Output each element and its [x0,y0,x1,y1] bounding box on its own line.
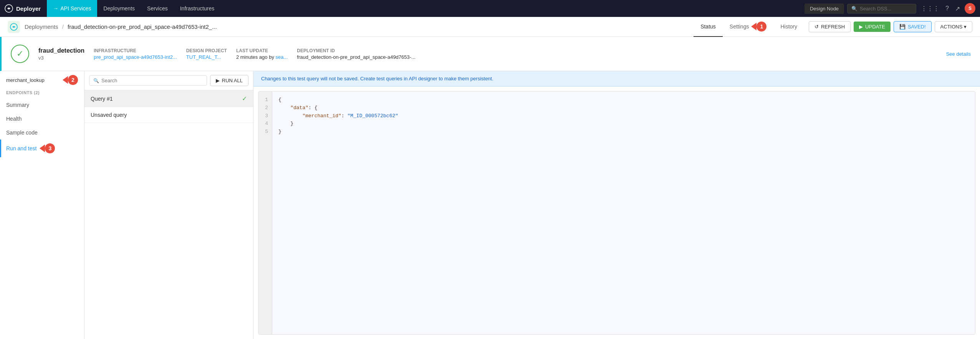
search-icon: 🔍 [851,6,858,12]
main-layout: merchant_lookup 2 ENDPOINTS (2) Summary … [0,71,980,339]
top-navigation: Deployer → API Services Deployments Serv… [0,0,980,17]
infra-value[interactable]: pre_prod_api_space-a49d7653-int2... [94,54,177,60]
nav-api-services-label: API Services [60,5,91,12]
sidebar-item-health[interactable]: Health [0,112,84,126]
line-2: 2 [262,104,268,112]
settings-badge: 1 [757,22,766,32]
query-item-unsaved[interactable]: Unsaved query [84,107,253,123]
banner-text: Changes to this test query will not be s… [261,76,493,81]
user-avatar[interactable]: S [965,3,975,14]
query-search-box[interactable]: 🔍 [89,75,207,86]
app-logo[interactable]: Deployer [5,4,45,13]
update-value: 2 minutes ago by sea... [236,54,288,60]
saved-label: SAVED! [908,24,926,30]
design-node-button[interactable]: Design Node [805,3,844,14]
actions-button[interactable]: ACTIONS ▾ [935,21,972,32]
see-details-link[interactable]: See details [946,51,971,57]
breadcrumb-actions: ↺ REFRESH ▶ UPDATE 💾 SAVED! ACTIONS ▾ [809,21,972,32]
saved-button[interactable]: 💾 SAVED! [894,21,932,32]
tab-settings-label: Settings [730,23,749,30]
center-toolbar: 🔍 ▶ RUN ALL [84,71,253,90]
checkmark: ✓ [17,49,23,59]
tab-status[interactable]: Status [694,17,723,37]
breadcrumb-tabs: Status Settings 1 History [694,17,804,37]
deployment-version: v3 [38,55,84,61]
update-button[interactable]: ▶ UPDATE [854,22,891,32]
nav-deployments[interactable]: Deployments [97,0,141,17]
code-content[interactable]: { "data": { "merchant_id": "M_ID_000572b… [272,91,975,334]
deploy-id-label: Deployment ID [297,48,416,53]
design-project-section: Design project TUT_REAL_T... [186,48,227,60]
run-all-button[interactable]: ▶ RUN ALL [210,75,248,86]
tab-settings[interactable]: Settings 1 [723,17,774,37]
sidebar-item-sample-code[interactable]: Sample code [0,126,84,140]
deployment-name: fraud_detection [38,47,84,54]
left-sidebar: merchant_lookup 2 ENDPOINTS (2) Summary … [0,71,84,339]
query-unsaved-label: Unsaved query [91,112,127,118]
right-panel: Changes to this test query will not be s… [253,71,980,339]
project-value[interactable]: TUT_REAL_T... [186,54,227,60]
breadcrumb-separator: / [62,23,64,30]
nav-deployments-label: Deployments [103,5,135,12]
sidebar-endpoint-badge: 2 [68,75,78,85]
query-1-label: Query #1 [91,96,113,102]
nav-services[interactable]: Services [141,0,174,17]
summary-label: Summary [6,102,29,108]
notify-icon[interactable]: ↗ [954,3,962,14]
nav-services-label: Services [147,5,168,12]
logo-icon [5,4,13,13]
center-panel: 🔍 ▶ RUN ALL Query #1 ✓ Unsaved query [84,71,253,339]
global-search-box[interactable]: 🔍 [847,4,916,13]
sidebar-badge-arrow: 2 [63,75,78,85]
refresh-button[interactable]: ↺ REFRESH [809,21,851,32]
code-editor[interactable]: 1 2 3 4 5 { "data": { "merchant_id": "M_… [258,91,975,335]
refresh-icon: ↺ [814,24,819,30]
deployment-id-section: Deployment ID fraud_detection-on-pre_pro… [297,48,416,60]
play-icon: ▶ [859,24,863,30]
last-update-section: Last update 2 minutes ago by sea... [236,48,288,60]
nav-api-services[interactable]: → API Services [47,0,97,17]
sidebar-service-name-label: merchant_lookup [6,77,45,83]
global-search-input[interactable] [860,6,912,12]
search-icon: 🔍 [93,78,99,83]
sample-code-label: Sample code [6,130,38,136]
update-user-link[interactable]: sea... [276,54,288,60]
tab-history[interactable]: History [773,17,804,37]
breadcrumb-bar: Deployments / fraud_detection-on-pre_pro… [0,17,980,37]
line-4: 4 [262,120,268,128]
run-test-badge-arrow: 3 [40,143,55,153]
infrastructure-section: Infrastructure pre_prod_api_space-a49d76… [94,48,177,60]
app-name: Deployer [16,5,41,12]
nav-infrastructures-label: Infrastructures [180,5,214,12]
tab-history-label: History [780,23,797,30]
save-icon: 💾 [899,24,906,30]
grid-icon[interactable]: ⋮⋮⋮ [919,3,941,14]
breadcrumb-deployments-link[interactable]: Deployments [25,23,58,30]
query-1-check-icon: ✓ [242,95,247,102]
deployment-name-section: fraud_detection v3 [38,47,84,61]
nav-arrow-icon: → [53,5,58,12]
help-icon[interactable]: ? [944,3,950,13]
update-label: UPDATE [865,24,885,30]
health-label: Health [6,116,22,122]
query-search-input[interactable] [101,78,203,83]
nav-infrastructures[interactable]: Infrastructures [174,0,220,17]
line-numbers: 1 2 3 4 5 [258,91,272,334]
query-item-1[interactable]: Query #1 ✓ [84,90,253,107]
endpoints-label: ENDPOINTS (2) [0,89,84,98]
breadcrumb-text: Deployments / fraud_detection-on-pre_pro… [25,23,689,30]
deploy-id-value: fraud_detection-on-pre_prod_api_space-a4… [297,54,416,60]
nav-right-actions: Design Node 🔍 ⋮⋮⋮ ? ↗ S [805,3,975,14]
breadcrumb-icon [8,21,20,33]
sidebar-item-summary[interactable]: Summary [0,98,84,112]
project-label: Design project [186,48,227,53]
sidebar-service-item[interactable]: merchant_lookup 2 [0,71,84,89]
refresh-label: REFRESH [821,24,845,30]
query-list: Query #1 ✓ Unsaved query [84,90,253,339]
run-all-play-icon: ▶ [216,78,220,83]
line-3: 3 [262,112,268,120]
deployment-info-card: ✓ fraud_detection v3 Infrastructure pre_… [0,37,980,71]
sidebar-item-run-and-test[interactable]: Run and test 3 [0,140,84,157]
nav-icon-group: ⋮⋮⋮ ? ↗ S [919,3,975,14]
info-banner: Changes to this test query will not be s… [253,71,980,86]
